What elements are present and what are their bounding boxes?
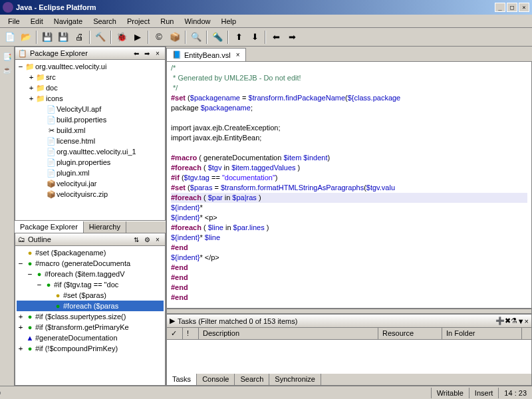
- java-perspective-button[interactable]: ☕: [1, 64, 13, 76]
- back-icon[interactable]: ⬅: [132, 49, 141, 58]
- tasks-menu-icon[interactable]: ▼: [517, 317, 525, 325]
- maximize-button[interactable]: □: [507, 3, 517, 12]
- next-annotation-button[interactable]: ⬇: [247, 30, 262, 45]
- tasks-list[interactable]: [167, 340, 531, 373]
- minimize-button[interactable]: _: [495, 3, 505, 12]
- search-button[interactable]: 🔦: [210, 30, 225, 45]
- tree-item[interactable]: 📄license.html: [17, 136, 164, 146]
- back-button[interactable]: ⬅: [269, 30, 283, 45]
- tree-item[interactable]: 📄build.properties: [17, 114, 164, 125]
- build-button[interactable]: 🔨: [93, 30, 108, 45]
- close-button[interactable]: ×: [519, 3, 529, 12]
- filter-icon[interactable]: ⚙: [142, 235, 152, 244]
- open-button[interactable]: 📂: [19, 30, 33, 45]
- tab-tasks[interactable]: Tasks: [167, 374, 197, 385]
- tasks-col[interactable]: Resource: [378, 328, 442, 339]
- status-insert: Insert: [469, 388, 499, 398]
- window-title: Java - Eclipse Platform: [16, 3, 495, 11]
- new-button[interactable]: 📄: [3, 30, 17, 45]
- save-button[interactable]: 💾: [40, 30, 55, 45]
- tasks-title: Tasks (Filter matched 0 of 153 items): [178, 317, 297, 325]
- editor-tab-bar: 📘 EntityBean.vsl ×: [166, 47, 532, 61]
- menu-navigate[interactable]: Navigate: [49, 16, 88, 27]
- tree-item[interactable]: +📁icons: [17, 93, 164, 104]
- tasks-col[interactable]: !: [183, 328, 199, 339]
- close-outline-icon[interactable]: ×: [153, 235, 162, 244]
- status-bar: Writable Insert 14 : 23: [0, 386, 532, 399]
- menu-window[interactable]: Window: [179, 16, 215, 27]
- print-button[interactable]: 🖨: [72, 30, 86, 45]
- outline-icon: 🗂: [18, 235, 25, 243]
- sort-icon[interactable]: ⇅: [132, 235, 141, 244]
- prev-annotation-button[interactable]: ⬆: [231, 30, 246, 45]
- save-all-button[interactable]: 💾: [56, 30, 70, 45]
- delete-task-icon[interactable]: ✖: [505, 317, 511, 325]
- tasks-col[interactable]: ✓: [167, 328, 183, 339]
- package-explorer-icon: 📋: [18, 49, 27, 58]
- tab-hierarchy[interactable]: Hierarchy: [84, 221, 126, 233]
- tree-item[interactable]: −📁org.vaulttec.velocity.ui: [17, 61, 164, 72]
- tab-console[interactable]: Console: [197, 374, 235, 385]
- tab-synchronize[interactable]: Synchronize: [269, 374, 321, 385]
- tree-item[interactable]: 📄org.vaulttec.velocity.ui_1: [17, 146, 164, 157]
- outline-item[interactable]: −●#if ($tgv.tag == "doc: [17, 279, 164, 290]
- menu-search[interactable]: Search: [88, 16, 122, 27]
- open-type-button[interactable]: 🔍: [189, 30, 203, 45]
- menu-bar: FileEditNavigateSearchProjectRunWindowHe…: [0, 15, 532, 28]
- close-tasks-icon[interactable]: ×: [525, 317, 529, 325]
- outline-item[interactable]: −●#foreach ($item.taggedV: [17, 269, 164, 279]
- package-explorer-header: 📋Package Explorer ⬅ ➡ ×: [15, 47, 166, 60]
- tree-item[interactable]: 📄plugin.properties: [17, 157, 164, 168]
- outline-header: 🗂Outline ⇅ ⚙ ×: [15, 233, 166, 246]
- menu-project[interactable]: Project: [122, 16, 155, 27]
- tasks-icon: ▶: [170, 317, 175, 325]
- outline-title: Outline: [28, 235, 51, 243]
- status-writable: Writable: [431, 388, 469, 398]
- forward-button[interactable]: ➡: [285, 30, 299, 45]
- outline-item[interactable]: ▲#generateDocumentation: [17, 332, 164, 343]
- package-explorer-tabs[interactable]: Package ExplorerHierarchy: [15, 221, 166, 233]
- tab-package-explorer[interactable]: Package Explorer: [15, 221, 84, 233]
- new-class-button[interactable]: ©: [152, 30, 166, 45]
- menu-help[interactable]: Help: [216, 16, 242, 27]
- tasks-col[interactable]: In Folder: [442, 328, 522, 339]
- eclipse-icon: [3, 2, 13, 13]
- outline-item[interactable]: ●#set ($paras): [17, 290, 164, 301]
- outline-item[interactable]: +●#if ($transform.getPrimaryKe: [17, 322, 164, 332]
- tasks-view: ▶Tasks (Filter matched 0 of 153 items) ➕…: [166, 314, 532, 386]
- close-tab-icon[interactable]: ×: [236, 51, 240, 59]
- menu-run[interactable]: Run: [155, 16, 179, 27]
- editor-tab-active[interactable]: 📘 EntityBean.vsl ×: [166, 48, 246, 61]
- tree-item[interactable]: +📁src: [17, 72, 164, 82]
- editor-tab-label: EntityBean.vsl: [184, 51, 231, 59]
- open-perspective-button[interactable]: 📑: [1, 51, 13, 63]
- tree-item[interactable]: +📁doc: [17, 82, 164, 93]
- tab-search[interactable]: Search: [235, 374, 269, 385]
- debug-button[interactable]: 🐞: [114, 30, 129, 45]
- tree-item[interactable]: 📦velocityuisrc.zip: [17, 189, 164, 200]
- menu-file[interactable]: File: [3, 16, 25, 27]
- tree-item[interactable]: 📄VelocityUI.apf: [17, 104, 164, 114]
- outline-item[interactable]: ●#set ($packagename): [17, 247, 164, 258]
- tree-item[interactable]: 📦velocityui.jar: [17, 178, 164, 189]
- tasks-tabs[interactable]: TasksConsoleSearchSynchronize: [167, 373, 531, 385]
- tree-item[interactable]: ✂build.xml: [17, 125, 164, 136]
- tasks-col[interactable]: Description: [199, 328, 378, 339]
- outline-item[interactable]: +●#if (!$compoundPrimKey): [17, 343, 164, 354]
- close-panel-icon[interactable]: ×: [153, 49, 162, 58]
- menu-edit[interactable]: Edit: [25, 16, 49, 27]
- filter-tasks-icon[interactable]: ⚗: [511, 317, 517, 325]
- add-task-icon[interactable]: ➕: [495, 317, 505, 325]
- outline-tree[interactable]: ●#set ($packagename)−●#macro (generateDo…: [15, 246, 165, 355]
- outline-item[interactable]: +●#if ($class.supertypes.size(): [17, 311, 164, 322]
- outline-item[interactable]: ●#foreach ($paras: [17, 301, 164, 311]
- code-editor[interactable]: /* * Generated by UML2EJB - Do not edit!…: [166, 61, 532, 309]
- file-icon: 📘: [172, 51, 182, 59]
- tree-item[interactable]: 📄plugin.xml: [17, 168, 164, 178]
- tasks-columns[interactable]: ✓!DescriptionResourceIn Folder: [167, 328, 531, 340]
- run-button[interactable]: ▶: [130, 30, 145, 45]
- outline-item[interactable]: −●#macro (generateDocumenta: [17, 258, 164, 269]
- new-package-button[interactable]: 📦: [168, 30, 182, 45]
- package-tree[interactable]: −📁org.vaulttec.velocity.ui+📁src+📁doc+📁ic…: [15, 60, 165, 201]
- forward-icon[interactable]: ➡: [142, 49, 152, 58]
